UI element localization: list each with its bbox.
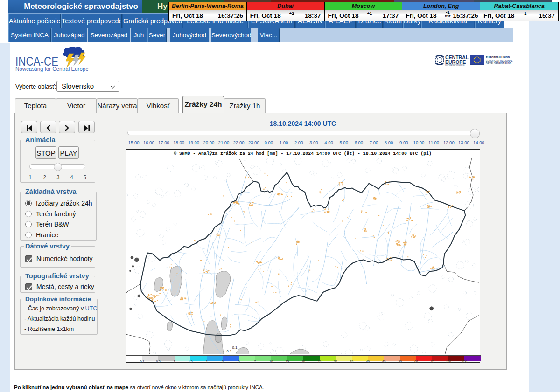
svg-text:EUROPEAN UNION: EUROPEAN UNION: [486, 56, 510, 59]
svg-text:DEVELOPMENT FUND: DEVELOPMENT FUND: [486, 62, 511, 65]
svg-text:0.1: 0.1: [232, 345, 238, 350]
svg-text:COOPERATING FOR SUCCESS: COOPERATING FOR SUCCESS: [445, 64, 465, 66]
svg-text:0.1: 0.1: [227, 349, 232, 353]
